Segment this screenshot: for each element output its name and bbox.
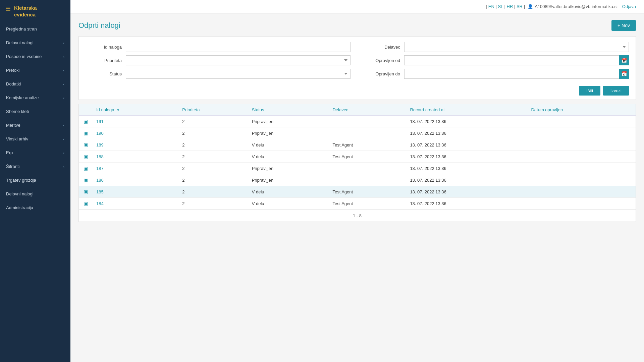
- th-record-created: Record created at: [406, 104, 527, 116]
- table-row: ▣1872Pripravljjen13. 07. 2022 13:36: [79, 163, 636, 174]
- sidebar-item-9[interactable]: Erp‹: [0, 146, 70, 160]
- filter-delavec: Delavec: [364, 42, 629, 52]
- filter-opravljen-do: Opravljen do 📅: [364, 69, 629, 79]
- sidebar-item-3[interactable]: Pretoki‹: [0, 63, 70, 77]
- lang-hr[interactable]: HR: [507, 4, 513, 9]
- prioriteta-label: Prioriteta: [86, 58, 126, 63]
- lang-en[interactable]: EN: [488, 4, 494, 9]
- row-id[interactable]: 188: [92, 151, 178, 163]
- sidebar-item-label-5: Kemijske analize: [6, 95, 39, 100]
- row-detail-icon[interactable]: ▣: [84, 177, 88, 183]
- sidebar-item-1[interactable]: Delovni nalogi‹: [0, 36, 70, 50]
- sidebar-item-label-7: Meritve: [6, 123, 20, 128]
- sidebar-item-12[interactable]: Delovni nalogi: [0, 187, 70, 201]
- row-prioriteta: 2: [178, 163, 248, 174]
- sidebar-item-8[interactable]: Vinski arhiv‹: [0, 132, 70, 146]
- main-area: [ EN | SL | HR | SR ] 👤 A10089#valter.br…: [70, 0, 644, 362]
- sidebar-item-label-4: Dodatki: [6, 81, 21, 86]
- row-id[interactable]: 191: [92, 116, 178, 127]
- row-detail-icon[interactable]: ▣: [84, 130, 88, 136]
- row-datum-opravljen: [527, 139, 636, 151]
- row-status: V delu: [248, 198, 329, 209]
- sort-icon: ▼: [116, 108, 120, 112]
- logout-link[interactable]: Odjava: [622, 4, 636, 9]
- sidebar-item-10[interactable]: Šifranti‹: [0, 160, 70, 173]
- sidebar-item-13[interactable]: Administracija: [0, 201, 70, 215]
- status-select[interactable]: [126, 69, 351, 79]
- page-title: Odprti nalogi: [78, 21, 120, 30]
- orders-table: Id naloga ▼ Prioriteta Status Delavec Re…: [79, 104, 636, 209]
- row-prioriteta: 2: [178, 198, 248, 209]
- row-status: Pripravljjen: [248, 163, 329, 174]
- opravljen-do-input[interactable]: [404, 69, 619, 79]
- row-datum-opravljen: [527, 151, 636, 163]
- row-id[interactable]: 185: [92, 186, 178, 198]
- row-status: Pripravljjen: [248, 127, 329, 139]
- user-email: A10089#valter.bratkovic@vb-informatika.s…: [535, 4, 618, 9]
- sidebar-item-label-6: Sheme kleti: [6, 109, 29, 114]
- chevron-icon-1: ‹: [63, 41, 64, 45]
- chevron-icon-3: ‹: [63, 68, 64, 72]
- table-row: ▣1902Pripravljjen13. 07. 2022 13:36: [79, 127, 636, 139]
- sidebar-item-5[interactable]: Kemijske analize‹: [0, 91, 70, 105]
- row-detail-icon[interactable]: ▣: [84, 142, 88, 147]
- opravljen-od-input[interactable]: [404, 55, 619, 65]
- search-button[interactable]: Išči: [579, 86, 600, 96]
- lang-sl[interactable]: SL: [498, 4, 503, 9]
- pagination: 1 - 8: [79, 209, 636, 222]
- id-naloga-label: Id naloga: [86, 45, 126, 50]
- th-icon: [79, 104, 92, 116]
- row-prioriteta: 2: [178, 151, 248, 163]
- row-record-created: 13. 07. 2022 13:36: [406, 163, 527, 174]
- row-record-created: 13. 07. 2022 13:36: [406, 186, 527, 198]
- row-detail-icon[interactable]: ▣: [84, 166, 88, 171]
- row-id[interactable]: 184: [92, 198, 178, 209]
- hamburger-icon[interactable]: ☰: [5, 5, 11, 13]
- sidebar: ☰ Kletarska evidenca Pregledna stranDelo…: [0, 0, 70, 362]
- row-record-created: 13. 07. 2022 13:36: [406, 127, 527, 139]
- id-naloga-input[interactable]: [126, 42, 351, 52]
- user-info: 👤 A10089#valter.bratkovic@vb-informatika…: [528, 4, 618, 9]
- row-id[interactable]: 190: [92, 127, 178, 139]
- table-row: ▣1852V deluTest Agent13. 07. 2022 13:36: [79, 186, 636, 198]
- th-id-naloga[interactable]: Id naloga ▼: [92, 104, 178, 116]
- opravljen-do-label: Opravljen do: [364, 71, 404, 76]
- export-button[interactable]: Izvozi: [603, 86, 629, 96]
- row-detail-icon[interactable]: ▣: [84, 154, 88, 159]
- row-delavec: [328, 127, 406, 139]
- row-status: Pripravljjen: [248, 174, 329, 186]
- sidebar-item-4[interactable]: Dodatki‹: [0, 77, 70, 91]
- th-delavec: Delavec: [328, 104, 406, 116]
- row-delavec: [328, 163, 406, 174]
- opravljen-od-calendar-icon[interactable]: 📅: [619, 55, 629, 65]
- new-button[interactable]: + Nov: [611, 20, 636, 31]
- chevron-icon-8: ‹: [63, 137, 64, 141]
- lang-sr[interactable]: SR: [517, 4, 523, 9]
- sidebar-item-6[interactable]: Sheme kleti: [0, 105, 70, 118]
- topbar: [ EN | SL | HR | SR ] 👤 A10089#valter.br…: [70, 0, 644, 13]
- sidebar-item-7[interactable]: Meritve‹: [0, 118, 70, 132]
- row-id[interactable]: 187: [92, 163, 178, 174]
- row-datum-opravljen: [527, 127, 636, 139]
- row-detail-icon[interactable]: ▣: [84, 119, 88, 124]
- prioriteta-select[interactable]: [126, 55, 351, 65]
- row-record-created: 13. 07. 2022 13:36: [406, 174, 527, 186]
- row-prioriteta: 2: [178, 186, 248, 198]
- delavec-select[interactable]: [404, 42, 629, 52]
- row-id[interactable]: 186: [92, 174, 178, 186]
- sidebar-item-label-8: Vinski arhiv: [6, 136, 28, 141]
- opravljen-do-calendar-icon[interactable]: 📅: [619, 69, 629, 79]
- row-prioriteta: 2: [178, 174, 248, 186]
- row-status: V delu: [248, 186, 329, 198]
- row-detail-icon[interactable]: ▣: [84, 189, 88, 194]
- sidebar-item-0[interactable]: Pregledna stran: [0, 22, 70, 36]
- row-delavec: [328, 116, 406, 127]
- sidebar-item-2[interactable]: Posode in vsebine‹: [0, 50, 70, 63]
- filter-opravljen-od: Opravljen od 📅: [364, 55, 629, 65]
- row-detail-icon[interactable]: ▣: [84, 201, 88, 206]
- th-datum-opravljen: Datum opravljen: [527, 104, 636, 116]
- row-id[interactable]: 189: [92, 139, 178, 151]
- sidebar-item-11[interactable]: Trgatev grozdja: [0, 173, 70, 187]
- row-delavec: Test Agent: [328, 198, 406, 209]
- row-datum-opravljen: [527, 198, 636, 209]
